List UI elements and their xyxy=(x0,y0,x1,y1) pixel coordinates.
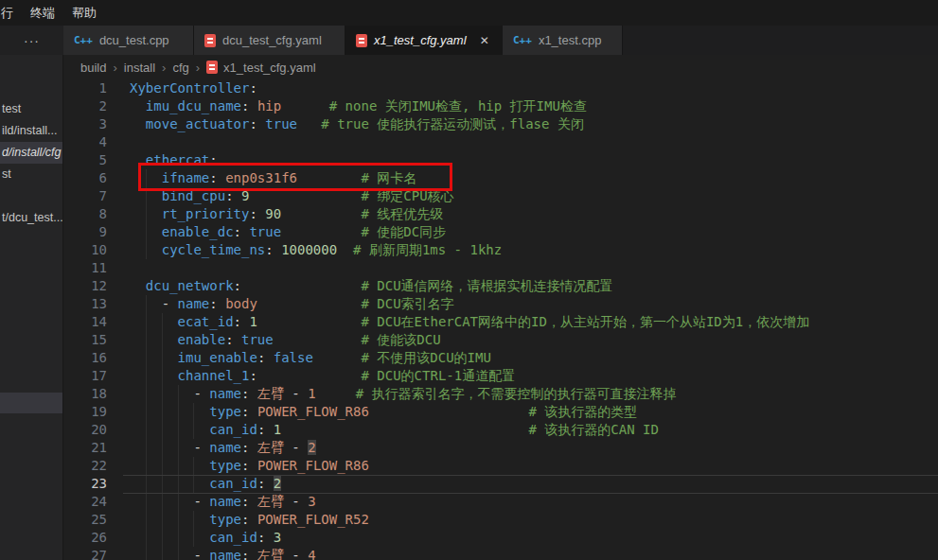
code-line-14[interactable]: 14 ecat_id: 1 # DCU在EtherCAT网络中的ID，从主站开始… xyxy=(63,313,938,331)
editor-actions-overflow[interactable]: ··· xyxy=(0,26,63,55)
sidebar-item-5[interactable] xyxy=(0,185,62,207)
tab-x1_test.cpp[interactable]: C++x1_test.cpp xyxy=(503,26,623,55)
code-token: rt_priority xyxy=(162,206,250,221)
indent-guide xyxy=(162,511,163,529)
breadcrumb-item-cfg[interactable]: cfg xyxy=(172,61,188,75)
indent-guide xyxy=(146,241,147,259)
code-token: : xyxy=(249,368,361,383)
editor-group: build›install›cfg›x1_test_cfg.yaml 1Xybe… xyxy=(63,55,938,560)
code-token: - xyxy=(130,494,209,509)
line-number: 3 xyxy=(63,115,130,133)
code-line-13[interactable]: 13 - name: body # DCU索引名字 xyxy=(63,295,938,313)
code-line-7[interactable]: 7 bind_cpu: 9 # 绑定CPU核心 xyxy=(63,187,938,205)
code-line-22[interactable]: 22 type: POWER_FLOW_R86 xyxy=(63,457,938,475)
code-line-15[interactable]: 15 enable: true # 使能该DCU xyxy=(63,331,938,349)
code-token: 3 xyxy=(274,530,281,545)
code-token xyxy=(281,98,329,114)
code-line-12[interactable]: 12 dcu_network: # DCU通信网络，请根据实机连接情况配置 xyxy=(63,277,938,295)
line-number: 8 xyxy=(63,205,130,223)
indent-guide xyxy=(162,457,163,475)
code-token: # true 使能执行器运动测试，flase 关闭 xyxy=(321,116,584,131)
line-number: 14 xyxy=(63,313,130,331)
tab-dcu_test_cfg.yaml[interactable]: dcu_test_cfg.yaml xyxy=(194,26,345,55)
code-line-25[interactable]: 25 type: POWER_FLOW_R52 xyxy=(63,511,938,529)
code-token xyxy=(130,332,178,347)
code-line-19[interactable]: 19 type: POWER_FLOW_R86 # 该执行器的类型 xyxy=(63,403,938,421)
code-token: false xyxy=(274,350,313,365)
code-line-2[interactable]: 2 imu_dcu_name: hip # none 关闭IMU检查, hip … xyxy=(63,97,938,115)
close-icon[interactable]: ✕ xyxy=(478,34,491,47)
code-area[interactable]: 1XyberController:2 imu_dcu_name: hip # n… xyxy=(63,79,938,560)
menu-item-1[interactable]: 行 xyxy=(0,5,22,22)
code-token: : xyxy=(209,170,225,185)
code-line-4[interactable]: 4 xyxy=(63,133,938,151)
tab-label: x1_test_cfg.yaml xyxy=(374,33,467,47)
code-line-24[interactable]: 24 - name: 左臂 - 3 xyxy=(63,493,938,511)
code-line-6[interactable]: 6 ifname: enp0s31f6 # 网卡名 xyxy=(63,169,938,187)
tab-dcu_test.cpp[interactable]: C++dcu_test.cpp xyxy=(63,26,194,55)
breadcrumb-item-build[interactable]: build xyxy=(80,61,106,75)
tab-x1_test_cfg.yaml[interactable]: x1_test_cfg.yaml✕ xyxy=(345,26,503,55)
code-line-26[interactable]: 26 can_id: 3 xyxy=(63,529,938,547)
code-token xyxy=(257,314,362,329)
code-token: # 刷新周期1ms - 1khz xyxy=(353,242,502,257)
indent-guide xyxy=(146,457,147,475)
code-line-8[interactable]: 8 rt_priority: 90 # 线程优先级 xyxy=(63,205,938,223)
code-line-17[interactable]: 17 channel_1: # DCU的CTRL-1通道配置 xyxy=(63,367,938,385)
code-line-3[interactable]: 3 move_actuator: true # true 使能执行器运动测试，f… xyxy=(63,115,938,133)
code-line-18[interactable]: 18 - name: 左臂 - 1 # 执行器索引名字，不需要控制的执行器可直接… xyxy=(63,385,938,403)
code-token: : xyxy=(257,476,274,491)
sidebar-item-1[interactable]: test xyxy=(0,98,62,120)
indent-guide xyxy=(146,205,147,223)
code-token: - xyxy=(130,386,209,401)
code-line-1[interactable]: 1XyberController: xyxy=(63,79,938,97)
cpp-file-icon: C++ xyxy=(513,34,532,46)
sidebar-item-3[interactable]: d/install/cfg xyxy=(0,142,62,164)
code-token: : xyxy=(257,422,274,437)
code-line-21[interactable]: 21 - name: 左臂 - 2 xyxy=(63,439,938,457)
code-token: - xyxy=(130,296,178,311)
menu-item-3[interactable]: 帮助 xyxy=(63,5,105,22)
code-line-16[interactable]: 16 imu_enable: false # 不使用该DCU的IMU xyxy=(63,349,938,367)
code-line-11[interactable]: 11 xyxy=(63,259,938,277)
sidebar-item-2[interactable]: ild/install... xyxy=(0,120,62,142)
line-number: 2 xyxy=(63,97,130,115)
code-token: ecat_id xyxy=(178,314,234,329)
code-token xyxy=(369,404,529,419)
code-line-9[interactable]: 9 enable_dc: true # 使能DC同步 xyxy=(63,223,938,241)
indent-guide xyxy=(146,367,147,385)
line-number: 4 xyxy=(63,133,130,151)
code-token: : xyxy=(209,152,217,167)
line-number: 22 xyxy=(63,457,130,475)
tab-label: dcu_test.cpp xyxy=(99,33,169,47)
code-token: - xyxy=(130,440,209,455)
code-token xyxy=(297,116,321,131)
code-token: 左臂 xyxy=(257,548,284,560)
code-token: 左臂 xyxy=(257,494,284,509)
code-line-27[interactable]: 27 - name: 左臂 - 4 xyxy=(63,547,938,560)
tabs-container: C++dcu_test.cppdcu_test_cfg.yamlx1_test_… xyxy=(63,26,623,55)
breadcrumb-item-install[interactable]: install xyxy=(124,61,155,75)
code-token: 4 xyxy=(308,548,315,560)
menu-item-2[interactable]: 终端 xyxy=(22,5,63,22)
line-number: 19 xyxy=(63,403,130,421)
code-token: # 绑定CPU核心 xyxy=(361,188,453,203)
indent-guide xyxy=(193,403,194,421)
code-line-5[interactable]: 5 ethercat: xyxy=(63,151,938,169)
code-line-20[interactable]: 20 can_id: 1 # 该执行器的CAN ID xyxy=(63,421,938,439)
code-token: # 该执行器的CAN ID xyxy=(528,422,658,437)
sidebar-empty-selection[interactable] xyxy=(0,393,63,413)
code-line-10[interactable]: 10 cycle_time_ns: 1000000 # 刷新周期1ms - 1k… xyxy=(63,241,938,259)
breadcrumb-file[interactable]: x1_test_cfg.yaml xyxy=(206,61,316,75)
code-token: ethercat xyxy=(146,152,209,167)
code-line-23[interactable]: 23 can_id: 2 xyxy=(63,475,938,493)
code-token: name xyxy=(209,548,241,560)
code-token: # 使能该DCU xyxy=(361,332,440,347)
indent-guide xyxy=(146,475,147,493)
sidebar-item-4[interactable]: st xyxy=(0,164,62,185)
sidebar-item-6[interactable]: t/dcu_test... xyxy=(0,207,62,229)
indent-guide xyxy=(162,493,163,511)
line-number: 10 xyxy=(63,241,130,259)
indent-guide xyxy=(146,331,147,349)
indent-guide xyxy=(162,349,163,367)
